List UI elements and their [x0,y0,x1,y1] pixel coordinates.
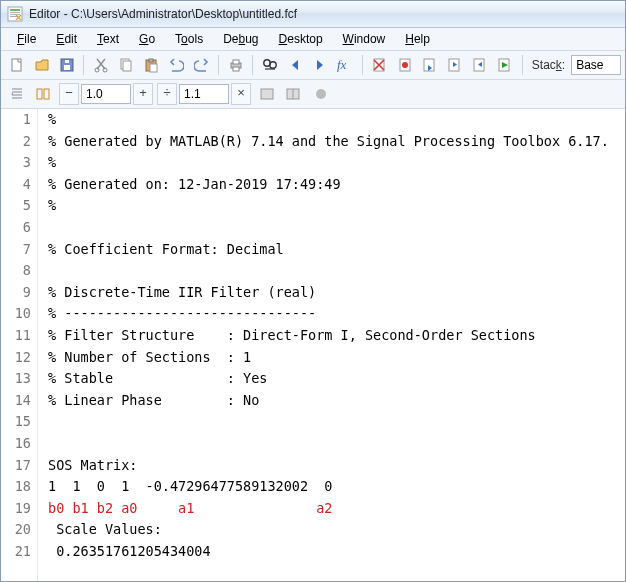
menu-tools[interactable]: Tools [165,30,213,48]
continue-icon[interactable] [494,53,517,77]
toolbar-separator [83,55,84,75]
toolbar-separator [362,55,363,75]
window-title: Editor - C:\Users\Administrator\Desktop\… [29,7,297,21]
code-line[interactable]: Scale Values: [48,519,609,541]
code-line[interactable]: b0 b1 b2 a0 a1 a2 [48,498,609,520]
menu-desktop[interactable]: Desktop [269,30,333,48]
svg-rect-4 [10,16,17,17]
code-line[interactable]: % Linear Phase : No [48,390,609,412]
code-line[interactable]: % Discrete-Time IIR Filter (real) [48,282,609,304]
line-number: 1 [1,109,31,131]
code-line[interactable]: % ------------------------------- [48,303,609,325]
menu-text[interactable]: Text [87,30,129,48]
line-number: 13 [1,368,31,390]
svg-point-20 [270,62,276,68]
line-number: 7 [1,239,31,261]
paste-icon[interactable] [140,53,163,77]
line-number: 16 [1,433,31,455]
line-number: 3 [1,152,31,174]
code-line[interactable] [48,217,609,239]
line-number: 6 [1,217,31,239]
line-number: 14 [1,390,31,412]
svg-rect-2 [10,12,20,13]
times-button[interactable]: × [231,83,251,105]
code-line[interactable] [48,411,609,433]
toolbar-separator [522,55,523,75]
menu-file[interactable]: File [7,30,46,48]
svg-rect-14 [149,59,153,62]
back-icon[interactable] [283,53,306,77]
svg-rect-1 [10,9,20,11]
new-file-icon[interactable] [5,53,28,77]
code-line[interactable]: % Filter Structure : Direct-Form I, Seco… [48,325,609,347]
divide-button[interactable]: ÷ [157,83,177,105]
indent-left-icon[interactable] [5,82,29,106]
record-icon[interactable] [309,82,333,106]
indent-right-icon[interactable] [31,82,55,106]
menu-window[interactable]: Window [333,30,396,48]
zoom-field-1[interactable] [81,84,131,104]
line-number: 10 [1,303,31,325]
forward-icon[interactable] [309,53,332,77]
layout2-icon[interactable] [281,82,305,106]
find-icon[interactable] [258,53,281,77]
plus-button[interactable]: + [133,83,153,105]
code-line[interactable]: % Generated on: 12-Jan-2019 17:49:49 [48,174,609,196]
code-line[interactable] [48,260,609,282]
set-breakpoint-icon[interactable] [393,53,416,77]
code-line[interactable]: SOS Matrix: [48,455,609,477]
code-line[interactable]: % Number of Sections : 1 [48,347,609,369]
svg-rect-5 [12,59,21,71]
undo-icon[interactable] [165,53,188,77]
main-toolbar: fx Stack: [1,51,625,80]
clear-breakpoints-icon[interactable] [368,53,391,77]
minus-button[interactable]: − [59,83,79,105]
code-line[interactable]: 1 1 0 1 -0.47296477589132002 0 [48,476,609,498]
line-number: 8 [1,260,31,282]
layout1-icon[interactable] [255,82,279,106]
stack-field[interactable] [571,55,621,75]
print-icon[interactable] [224,53,247,77]
line-number: 11 [1,325,31,347]
line-number: 9 [1,282,31,304]
svg-rect-3 [10,14,20,15]
line-number: 2 [1,131,31,153]
line-number: 4 [1,174,31,196]
save-icon[interactable] [55,53,78,77]
code-line[interactable]: % [48,195,609,217]
function-icon[interactable]: fx [334,53,357,77]
code-editor[interactable]: 123456789101112131415161718192021 %% Gen… [1,109,625,581]
code-line[interactable]: 0.26351761205434004 [48,541,609,563]
menu-debug[interactable]: Debug [213,30,268,48]
code-content[interactable]: %% Generated by MATLAB(R) 7.14 and the S… [38,109,609,581]
menu-help[interactable]: Help [395,30,440,48]
menu-go[interactable]: Go [129,30,165,48]
step-icon[interactable] [418,53,441,77]
code-line[interactable]: % [48,109,609,131]
toolbar-separator [218,55,219,75]
code-line[interactable]: % [48,152,609,174]
svg-rect-30 [44,89,49,99]
zoom-field-2[interactable] [179,84,229,104]
step-in-icon[interactable] [443,53,466,77]
app-icon [7,6,23,22]
copy-icon[interactable] [115,53,138,77]
svg-rect-17 [233,60,239,64]
code-line[interactable]: % Stable : Yes [48,368,609,390]
menu-edit[interactable]: Edit [46,30,87,48]
open-file-icon[interactable] [30,53,53,77]
step-out-icon[interactable] [469,53,492,77]
svg-point-24 [402,62,408,68]
svg-rect-8 [65,60,69,63]
line-number: 12 [1,347,31,369]
cut-icon[interactable] [89,53,112,77]
svg-rect-29 [37,89,42,99]
line-number: 15 [1,411,31,433]
code-line[interactable]: % Generated by MATLAB(R) 7.14 and the Si… [48,131,609,153]
redo-icon[interactable] [190,53,213,77]
code-line[interactable] [48,433,609,455]
svg-rect-18 [233,67,239,71]
code-line[interactable]: % Coefficient Format: Decimal [48,239,609,261]
svg-text:fx: fx [337,57,347,72]
svg-rect-31 [261,89,273,99]
